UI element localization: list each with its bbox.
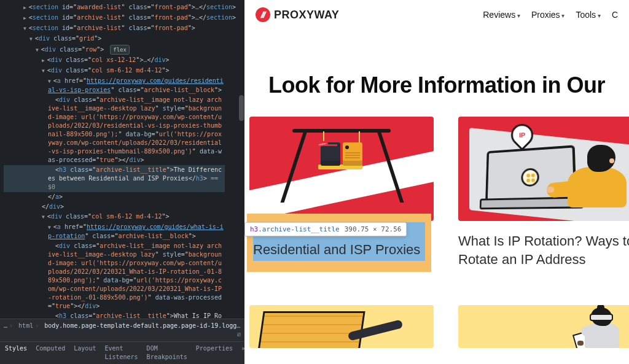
article-card-1[interactable]: verizon The Differences between Resident… [249,117,434,268]
elements-tree-row[interactable]: <div class="col xs-12-12">…</div> [4,55,243,66]
crumb-ellipsis[interactable]: … [4,322,7,329]
elements-tree-row[interactable]: <a href="https://proxyway.com/guides/res… [4,76,225,95]
elements-tree[interactable]: <section id="awarded-list" class="front-… [0,0,244,319]
logo-mark-icon: /// [256,7,270,22]
server-orange-icon [343,142,362,166]
elements-tree-row[interactable]: <section id="archive-list" class="front-… [4,23,243,34]
elements-tree-row[interactable]: <section id="awarded-list" class="front-… [4,2,243,13]
elements-tree-row[interactable]: <h3 class="archive-list__title">The Diff… [4,165,225,192]
brand-name: PROXYWAY [274,9,339,21]
card-title-2: What Is IP Rotation? Ways to Rotate an I… [458,232,629,268]
crumb-body[interactable]: body.home.page-template-default.page.pag… [44,322,244,329]
site-nav: /// PROXYWAY Reviews Proxies Tools C [244,0,629,29]
elements-tree-row[interactable]: <div class="grid"> [4,34,243,44]
tab-dom-breakpoints[interactable]: DOM Breakpoints [147,344,187,362]
article-card-4[interactable] [458,305,629,348]
nav-proxies[interactable]: Proxies [531,10,565,20]
article-card-3[interactable] [249,305,434,348]
card-illustration-4 [458,305,629,348]
server-black-icon: verizon [321,142,340,166]
elements-tree-row[interactable]: <div class="row"> flex [4,44,243,55]
elements-tree-row[interactable]: <h3 class="archive-list__title">What Is … [4,311,225,319]
person-icon [565,145,627,209]
elements-tree-row[interactable]: <div class="col sm-6-12 md-4-12"> [4,212,243,222]
elements-tree-row[interactable]: <div class="col sm-6-12 md-4-12"> [4,66,243,76]
nav-reviews[interactable]: Reviews [483,10,520,20]
nav-cut: C [612,10,618,20]
brand-logo[interactable]: /// PROXYWAY [256,7,339,22]
article-card-2[interactable]: IP What Is IP Rotation? Ways to Rotate a… [458,117,629,268]
elements-tree-row[interactable]: <a href="https://proxyway.com/guides/wha… [4,222,225,241]
tab-computed[interactable]: Computed [36,344,65,362]
tab-event-listeners[interactable]: Event Listeners [104,344,138,362]
card-illustration-3 [249,305,434,348]
section-heading: Look for More Information in Our [244,72,629,98]
tab-styles[interactable]: Styles [5,344,27,362]
elements-tree-row[interactable]: <section id="archive-list" class="front-… [4,13,243,23]
crumb-html[interactable]: html [18,322,33,329]
card-illustration-2: IP [458,117,629,221]
tab-layout[interactable]: Layout [74,344,96,362]
breadcrumb[interactable]: …› html› body.home.page-template-default… [0,319,244,341]
devtools-panel: <section id="awarded-list" class="front-… [0,0,244,364]
elements-tree-row[interactable]: </div> [4,202,243,212]
card-illustration-1: verizon [249,117,434,221]
page-preview: /// PROXYWAY Reviews Proxies Tools C Loo… [244,0,629,364]
scrollbar-thumb[interactable] [239,95,244,121]
elements-tree-row[interactable]: <div class="archive-list__image not-lazy… [4,95,225,165]
nav-tools[interactable]: Tools [576,10,600,20]
inspect-tooltip: h3.archive-list__title 390.75 × 72.56 [244,222,407,236]
styles-pane-tabs: Styles Computed Layout Event Listeners D… [0,341,244,364]
elements-tree-row[interactable]: </a> [4,192,243,202]
nav-menu: Reviews Proxies Tools C [483,10,618,20]
inspect-dimensions: 390.75 × 72.56 [345,225,402,233]
elements-tree-row[interactable]: <div class="archive-list__image not-lazy… [4,241,225,311]
filter-icon[interactable]: ⎚ [237,330,241,339]
tab-properties[interactable]: Properties [196,344,233,362]
